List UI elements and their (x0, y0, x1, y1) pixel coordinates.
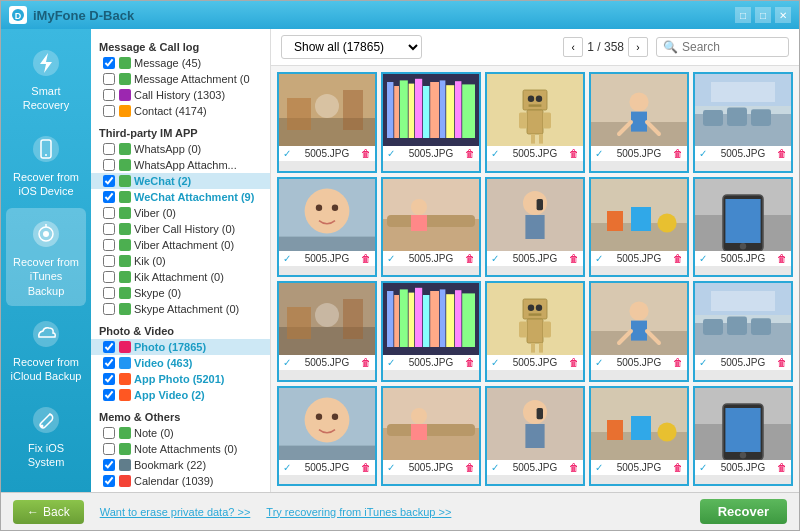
delete-photo-button[interactable]: 🗑 (361, 253, 371, 264)
photo-cell[interactable]: ✓ 5005.JPG 🗑 (485, 281, 585, 382)
delete-photo-button[interactable]: 🗑 (569, 357, 579, 368)
tree-item-skype-attach[interactable]: Skype Attachment (0) (91, 301, 270, 317)
recover-button[interactable]: Recover (700, 499, 787, 524)
tree-item-viber-attach[interactable]: Viber Attachment (0) (91, 237, 270, 253)
tree-item-skype[interactable]: Skype (0) (91, 285, 270, 301)
prev-page-button[interactable]: ‹ (563, 37, 583, 57)
checkbox-kik-attach[interactable] (103, 271, 115, 283)
delete-photo-button[interactable]: 🗑 (777, 462, 787, 473)
delete-photo-button[interactable]: 🗑 (569, 253, 579, 264)
delete-photo-button[interactable]: 🗑 (465, 357, 475, 368)
sidebar-item-recover-ios[interactable]: Recover fromiOS Device (6, 123, 86, 207)
photo-cell[interactable]: ✓ 5005.JPG 🗑 (589, 386, 689, 487)
delete-photo-button[interactable]: 🗑 (569, 148, 579, 159)
tree-item-app-video[interactable]: App Video (2) (91, 387, 270, 403)
tree-item-whatsapp[interactable]: WhatsApp (0) (91, 141, 270, 157)
next-page-button[interactable]: › (628, 37, 648, 57)
delete-photo-button[interactable]: 🗑 (673, 253, 683, 264)
delete-photo-button[interactable]: 🗑 (361, 462, 371, 473)
tree-item-call-history[interactable]: Call History (1303) (91, 87, 270, 103)
photo-cell[interactable]: ✓ 5005.JPG 🗑 (589, 72, 689, 173)
photo-cell[interactable]: ✓ 5005.JPG 🗑 (277, 72, 377, 173)
tree-item-viber-call[interactable]: Viber Call History (0) (91, 221, 270, 237)
checkbox-viber-call[interactable] (103, 223, 115, 235)
photo-cell[interactable]: ✓ 5005.JPG 🗑 (693, 177, 793, 278)
photo-cell[interactable]: ✓ 5005.JPG 🗑 (381, 72, 481, 173)
delete-photo-button[interactable]: 🗑 (569, 462, 579, 473)
recover-from-link[interactable]: Try recovering from iTunes backup >> (266, 506, 451, 518)
delete-photo-button[interactable]: 🗑 (465, 462, 475, 473)
checkbox-message[interactable] (103, 57, 115, 69)
tree-item-message[interactable]: Message (45) (91, 55, 270, 71)
delete-photo-button[interactable]: 🗑 (777, 357, 787, 368)
close-button[interactable]: ✕ (775, 7, 791, 23)
photo-cell[interactable]: ✓ 5005.JPG 🗑 (277, 177, 377, 278)
photo-cell[interactable]: ✓ 5005.JPG 🗑 (381, 281, 481, 382)
checkbox-note[interactable] (103, 427, 115, 439)
delete-photo-button[interactable]: 🗑 (361, 148, 371, 159)
delete-photo-button[interactable]: 🗑 (673, 357, 683, 368)
erase-link[interactable]: Want to erase private data? >> (100, 506, 251, 518)
photo-cell[interactable]: ✓ 5005.JPG 🗑 (277, 281, 377, 382)
checkbox-photo[interactable] (103, 341, 115, 353)
checkbox-whatsapp[interactable] (103, 143, 115, 155)
checkbox-app-video[interactable] (103, 389, 115, 401)
checkbox-video[interactable] (103, 357, 115, 369)
sidebar-item-smart-recovery[interactable]: SmartRecovery (6, 37, 86, 121)
sidebar-item-fix-ios[interactable]: Fix iOSSystem (6, 394, 86, 478)
tree-item-whatsapp-attach[interactable]: WhatsApp Attachm... (91, 157, 270, 173)
photo-cell[interactable]: ✓ 5005.JPG 🗑 (277, 386, 377, 487)
photo-cell[interactable]: ✓ 5005.JPG 🗑 (381, 386, 481, 487)
delete-photo-button[interactable]: 🗑 (673, 148, 683, 159)
photo-cell[interactable]: ✓ 5005.JPG 🗑 (693, 386, 793, 487)
photo-cell[interactable]: ✓ 5005.JPG 🗑 (485, 386, 585, 487)
checkbox-skype-attach[interactable] (103, 303, 115, 315)
tree-item-app-photo[interactable]: App Photo (5201) (91, 371, 270, 387)
tree-item-photo[interactable]: Photo (17865) (91, 339, 270, 355)
tree-item-wechat[interactable]: WeChat (2) (91, 173, 270, 189)
tree-item-contact[interactable]: Contact (4174) (91, 103, 270, 119)
checkbox-contact[interactable] (103, 105, 115, 117)
checkbox-kik[interactable] (103, 255, 115, 267)
tree-item-kik[interactable]: Kik (0) (91, 253, 270, 269)
photo-cell[interactable]: ✓ 5005.JPG 🗑 (485, 177, 585, 278)
photo-cell[interactable]: ✓ 5005.JPG 🗑 (693, 281, 793, 382)
tree-item-note[interactable]: Note (0) (91, 425, 270, 441)
sidebar-item-recover-itunes[interactable]: Recover fromiTunes Backup (6, 208, 86, 306)
tree-item-viber[interactable]: Viber (0) (91, 205, 270, 221)
maximize-button[interactable]: □ (755, 7, 771, 23)
sidebar-item-recover-icloud[interactable]: Recover fromiCloud Backup (6, 308, 86, 392)
search-input[interactable] (682, 40, 782, 54)
checkbox-viber[interactable] (103, 207, 115, 219)
checkbox-app-photo[interactable] (103, 373, 115, 385)
checkbox-call-history[interactable] (103, 89, 115, 101)
delete-photo-button[interactable]: 🗑 (465, 148, 475, 159)
photo-cell[interactable]: ✓ 5005.JPG 🗑 (589, 281, 689, 382)
tree-item-wechat-attach[interactable]: WeChat Attachment (9) (91, 189, 270, 205)
checkbox-calendar[interactable] (103, 475, 115, 487)
back-button[interactable]: ← Back (13, 500, 84, 524)
checkbox-whatsapp-attach[interactable] (103, 159, 115, 171)
tree-item-message-attach[interactable]: Message Attachment (0 (91, 71, 270, 87)
delete-photo-button[interactable]: 🗑 (465, 253, 475, 264)
minimize-button[interactable]: □ (735, 7, 751, 23)
delete-photo-button[interactable]: 🗑 (777, 148, 787, 159)
checkbox-wechat-attach[interactable] (103, 191, 115, 203)
checkbox-message-attach[interactable] (103, 73, 115, 85)
delete-photo-button[interactable]: 🗑 (361, 357, 371, 368)
delete-photo-button[interactable]: 🗑 (673, 462, 683, 473)
delete-photo-button[interactable]: 🗑 (777, 253, 787, 264)
checkbox-note-attach[interactable] (103, 443, 115, 455)
checkbox-wechat[interactable] (103, 175, 115, 187)
photo-cell[interactable]: ✓ 5005.JPG 🗑 (485, 72, 585, 173)
photo-cell[interactable]: ✓ 5005.JPG 🗑 (381, 177, 481, 278)
tree-item-note-attach[interactable]: Note Attachments (0) (91, 441, 270, 457)
checkbox-bookmark[interactable] (103, 459, 115, 471)
photo-cell[interactable]: ✓ 5005.JPG 🗑 (589, 177, 689, 278)
filter-select[interactable]: Show all (17865) (281, 35, 422, 59)
checkbox-skype[interactable] (103, 287, 115, 299)
tree-item-kik-attach[interactable]: Kik Attachment (0) (91, 269, 270, 285)
tree-item-video[interactable]: Video (463) (91, 355, 270, 371)
tree-item-calendar[interactable]: Calendar (1039) (91, 473, 270, 489)
photo-cell[interactable]: ✓ 5005.JPG 🗑 (693, 72, 793, 173)
